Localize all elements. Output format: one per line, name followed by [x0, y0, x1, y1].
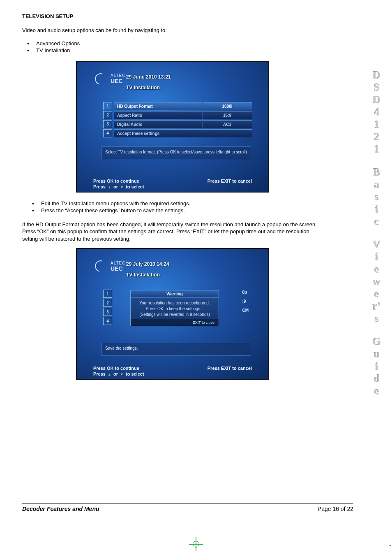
menu-value: AC3 — [203, 120, 252, 128]
footer-select-hint: Press or to select — [93, 184, 144, 189]
menu-number: 4 — [103, 129, 112, 137]
sideband-char — [366, 229, 388, 238]
screenshot-warning-popup: ALTECH UEC 29 July 2010 14:24 TV Install… — [76, 248, 269, 380]
sideband-char: e — [366, 264, 388, 275]
menu-value: 16:9 — [203, 111, 252, 119]
action-bullet-list: Edit the TV Installation menu options wi… — [30, 200, 323, 214]
sideband-char: w — [366, 276, 388, 287]
logo-arc-icon — [93, 71, 108, 87]
menu-row-accept-settings[interactable]: 4 Accept these settings — [103, 129, 252, 137]
nav-bullet-list: Advanced Options TV Installation — [25, 40, 323, 54]
section-heading: TELEVISION SETUP — [22, 13, 323, 19]
menu-label: Digital Audio — [114, 120, 202, 128]
sideband-char: i — [366, 204, 388, 215]
screenshot-footer: Press OK to continue Press EXIT to cance… — [93, 179, 252, 183]
mid-paragraph: If the HD Output Format option has been … — [22, 221, 323, 243]
sideband-char: s — [366, 313, 388, 324]
list-item: Advanced Options — [25, 40, 323, 47]
down-arrow-icon — [119, 371, 125, 376]
sideband-char: s — [366, 192, 388, 202]
popup-close-hint[interactable]: EXIT to close — [131, 319, 219, 326]
menu-value: 1080i — [203, 102, 252, 110]
footer-page-number: Page 16 of 22 — [318, 506, 353, 512]
screenshot-datetime: 29 July 2010 14:24 — [126, 261, 169, 267]
sideband-char — [366, 326, 388, 335]
footer-exit-hint: Press EXIT to cancel — [208, 179, 252, 183]
sideband-char: u — [366, 349, 388, 360]
menu-row-hd-output[interactable]: 1 HD Output Format 1080i — [103, 102, 252, 110]
popup-line: Your resolution has been reconfigured. — [133, 300, 216, 306]
sideband-char: i — [366, 252, 388, 262]
popup-line: Press OK to keep the settings... — [133, 306, 216, 312]
popup-title: Warning — [131, 290, 219, 298]
menu-number: 4 — [103, 317, 112, 325]
screenshot-tv-installation: ALTECH UEC 29 June 2010 13:21 TV Install… — [76, 61, 269, 193]
footer-section-name: Decoder Features and Menu — [22, 506, 99, 512]
sideband-char: 2 — [366, 132, 388, 142]
up-arrow-icon — [107, 184, 112, 189]
sideband-char: 1 — [366, 119, 388, 130]
bg-value: :9 — [242, 299, 249, 308]
sideband-char: D — [366, 95, 388, 105]
sideband-char: r’ — [366, 301, 388, 312]
menu-number: 2 — [103, 111, 112, 119]
popup-line: (Settings will be reverted in 9 seconds) — [133, 312, 216, 318]
background-menu-numbers: 1 2 3 4 — [103, 290, 114, 326]
sideband-char: D — [366, 70, 388, 81]
sideband-char: a — [366, 179, 388, 190]
sideband-char: d — [366, 374, 388, 384]
page-footer: Decoder Features and Menu Page 16 of 22 — [22, 504, 353, 512]
menu-number: 1 — [103, 102, 112, 110]
sideband-char: e — [366, 386, 388, 397]
footer-select-pre: Press — [93, 371, 107, 376]
menu-number: 3 — [103, 308, 112, 316]
background-menu-values: 0p :9 CM — [242, 290, 249, 317]
list-item: Press the “Accept these settings” button… — [30, 207, 323, 214]
logo-arc-icon — [93, 258, 108, 274]
sideband-char: e — [366, 289, 388, 299]
screenshot-footer: Press OK to continue Press EXIT to cance… — [93, 366, 252, 371]
footer-select-hint: Press or to select — [93, 371, 144, 376]
menu-label: Aspect Ratio — [114, 111, 202, 119]
intro-paragraph: Video and audio setup options can be fou… — [22, 27, 323, 34]
bg-value: 0p — [242, 290, 249, 299]
registration-mark-icon — [191, 539, 201, 550]
help-text: Save the settings. — [101, 343, 251, 356]
down-arrow-icon — [119, 184, 125, 189]
menu-number: 1 — [103, 290, 112, 298]
menu-number: 2 — [103, 299, 112, 307]
menu-label: Accept these settings — [114, 129, 252, 137]
footer-ok-hint: Press OK to continue — [93, 179, 139, 183]
tv-installation-menu: 1 HD Output Format 1080i 2 Aspect Ratio … — [103, 102, 252, 138]
sideband-char: c — [366, 216, 388, 227]
footer-select-post: to select — [125, 371, 144, 376]
screenshot-datetime: 29 June 2010 13:21 — [126, 74, 171, 80]
footer-select-post: to select — [125, 184, 144, 189]
menu-label: HD Output Format — [114, 102, 202, 110]
sideband-char: 4 — [366, 107, 388, 118]
menu-row-digital-audio[interactable]: 3 Digital Audio AC3 — [103, 120, 252, 128]
sideband-char: 1 — [366, 144, 388, 155]
sideband-char: S — [366, 82, 388, 93]
popup-body: Your resolution has been reconfigured. P… — [131, 298, 219, 319]
bg-value: CM — [242, 308, 249, 317]
list-item: Edit the TV Installation menu options wi… — [30, 200, 323, 207]
menu-row-aspect-ratio[interactable]: 2 Aspect Ratio 16:9 — [103, 111, 252, 119]
screenshot-title: TV Installation — [126, 272, 160, 278]
up-arrow-icon — [107, 371, 112, 376]
footer-ok-hint: Press OK to continue — [93, 366, 139, 371]
side-title-band: DSD4121BasicViewer’sGuide — [366, 70, 388, 398]
list-item: TV Installation — [25, 47, 323, 54]
warning-popup: Warning Your resolution has been reconfi… — [130, 290, 219, 326]
sideband-char — [366, 156, 388, 165]
sideband-char: B — [366, 167, 388, 178]
crop-mark-icon — [390, 545, 391, 556]
screenshot-title: TV Installation — [126, 85, 160, 91]
sideband-char: G — [366, 337, 388, 347]
footer-exit-hint: Press EXIT to cancel — [208, 366, 252, 371]
sideband-char: V — [366, 239, 388, 250]
help-text: Select TV resolution format. (Press OK t… — [101, 146, 251, 160]
menu-number: 3 — [103, 120, 112, 128]
sideband-char: i — [366, 361, 388, 372]
footer-select-pre: Press — [93, 184, 107, 189]
